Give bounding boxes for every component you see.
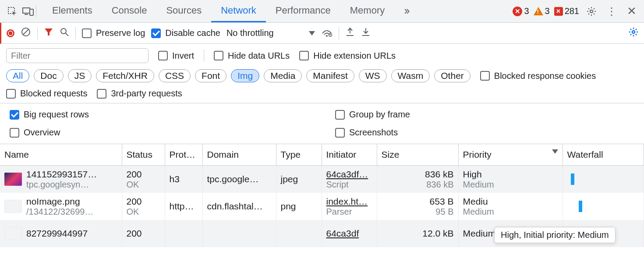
divider [36,5,36,18]
divider [204,50,204,62]
tab-sources[interactable]: Sources [156,0,211,22]
options-bar: Big request rows Overview Group by frame… [0,103,644,144]
cell-protocol: http… [165,193,202,220]
col-initiator[interactable]: Initiator [322,144,377,166]
priority-tooltip: High, Initial priority: Medium [494,227,616,243]
network-conditions-icon[interactable] [321,27,333,39]
table-row[interactable]: 141152993157…tpc.googlesyn… 200OK h3 tpc… [0,166,644,193]
pill-js[interactable]: JS [68,69,92,82]
tab-more[interactable]: ›› [394,0,418,22]
warning-count[interactable]: 3 [534,6,550,16]
cell-name: 141152993157…tpc.googlesyn… [0,166,122,193]
big-rows-label: Big request rows [24,110,89,120]
screenshots-checkbox[interactable]: Screenshots [335,127,634,138]
panel-tabs: Elements Console Sources Network Perform… [42,0,418,22]
warning-count-value: 3 [545,6,550,16]
cell-waterfall [563,166,644,193]
group-frame-label: Group by frame [349,110,410,120]
col-waterfall[interactable]: Waterfall [563,144,644,166]
col-priority[interactable]: Priority [458,144,563,166]
svg-point-9 [326,35,328,37]
col-name[interactable]: Name [0,144,122,166]
pill-css[interactable]: CSS [159,69,191,82]
blocked-req-checkbox[interactable]: Blocked requests [6,88,87,99]
table-row[interactable]: noImage.png/134122/32699… 200OK http… cd… [0,193,644,220]
third-party-checkbox[interactable]: 3rd-party requests [97,88,182,99]
cell-domain: tpc.google… [202,166,276,193]
close-icon[interactable]: ✕ [624,4,640,19]
pill-all[interactable]: All [6,69,29,82]
col-priority-label: Priority [463,149,492,159]
pill-doc[interactable]: Doc [34,69,63,82]
pill-img[interactable]: Img [231,69,259,82]
pill-other[interactable]: Other [434,69,471,82]
issue-count[interactable]: ✕281 [554,6,579,16]
cell-name: 827299944997 [0,220,122,247]
cell-protocol [165,220,202,247]
cell-type: jpeg [276,166,322,193]
tab-memory[interactable]: Memory [340,0,394,22]
cell-domain: cdn.flashtal… [202,193,276,220]
inspect-icon[interactable] [4,4,20,19]
cell-waterfall [563,193,644,220]
pill-ws[interactable]: WS [359,69,387,82]
cell-size: 653 B95 B [377,193,458,220]
blocked-resp-label: Blocked response cookies [494,71,596,81]
table-header-row: Name Status Prot… Domain Type Initiator … [0,144,644,166]
request-thumbnail [4,200,22,213]
svg-line-8 [66,33,68,36]
search-icon[interactable] [60,27,69,39]
disable-cache-checkbox[interactable]: Disable cache [151,28,220,38]
tab-performance[interactable]: Performance [266,0,340,22]
settings-icon[interactable] [584,4,599,19]
cell-type: png [276,193,322,220]
network-toolbar: Preserve log Disable cache No throttling [0,23,644,44]
col-domain[interactable]: Domain [202,144,276,166]
divider [339,27,339,39]
blocked-resp-checkbox[interactable]: Blocked response cookies [480,71,596,81]
export-har-icon[interactable] [345,27,355,39]
pill-manifest[interactable]: Manifest [306,69,354,82]
blocked-req-label: Blocked requests [20,88,87,99]
tab-elements[interactable]: Elements [42,0,102,22]
devtools-topbar: Elements Console Sources Network Perform… [0,0,644,23]
filter-toggle-icon[interactable] [44,27,53,39]
tab-console[interactable]: Console [102,0,157,22]
request-thumbnail [4,227,22,240]
invert-label: Invert [172,51,194,61]
type-filter-pills: All Doc JS Fetch/XHR CSS Font Img Media … [6,69,471,82]
preserve-log-checkbox[interactable]: Preserve log [82,28,145,38]
invert-checkbox[interactable]: Invert [158,51,194,61]
tab-network[interactable]: Network [211,0,266,22]
filter-input[interactable] [6,48,149,63]
import-har-icon[interactable] [361,27,371,39]
throttling-select[interactable]: No throttling [226,28,315,38]
pill-fetch[interactable]: Fetch/XHR [96,69,154,82]
network-settings-icon[interactable] [628,27,639,39]
pill-wasm[interactable]: Wasm [391,69,430,82]
overview-checkbox[interactable]: Overview [10,127,309,138]
col-status[interactable]: Status [122,144,165,166]
hide-data-urls-label: Hide data URLs [228,51,290,61]
col-type[interactable]: Type [276,144,322,166]
group-frame-checkbox[interactable]: Group by frame [335,110,634,120]
divider [75,27,76,39]
hide-ext-urls-checkbox[interactable]: Hide extension URLs [299,51,396,61]
hide-data-urls-checkbox[interactable]: Hide data URLs [214,51,290,61]
svg-rect-3 [30,9,33,15]
pill-media[interactable]: Media [264,69,302,82]
col-protocol[interactable]: Prot… [165,144,202,166]
issue-count-value: 281 [565,6,579,16]
overview-label: Overview [24,127,60,138]
col-size[interactable]: Size [377,144,458,166]
kebab-menu-icon[interactable]: ⋮ [604,4,619,19]
big-rows-checkbox[interactable]: Big request rows [10,110,309,120]
pill-font[interactable]: Font [195,69,226,82]
cell-initiator: index.ht…Parser [322,193,377,220]
record-button[interactable] [7,29,14,37]
clear-icon[interactable] [21,27,31,39]
error-count[interactable]: ✕3 [513,6,529,16]
divider [37,27,38,39]
device-toggle-icon[interactable] [20,4,36,19]
filter-bar: Invert Hide data URLs Hide extension URL… [0,44,644,103]
